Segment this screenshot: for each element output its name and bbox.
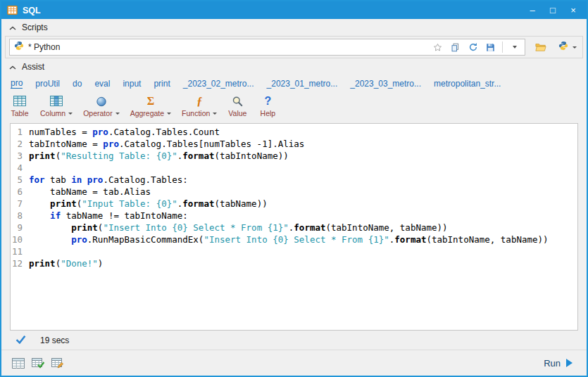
minimize-button[interactable]: – xyxy=(525,1,540,19)
dropdown-caret-icon xyxy=(167,113,171,115)
help-icon: ? xyxy=(264,94,271,108)
tab-2023-01-metro[interactable]: _2023_01_metro... xyxy=(267,79,338,89)
assist-header-label: Assist xyxy=(22,62,44,72)
line-number: 6 xyxy=(11,186,29,198)
code-line: 6 tabName = tab.Alias xyxy=(11,186,577,198)
run-play-icon xyxy=(566,359,573,367)
line-number: 1 xyxy=(11,126,29,138)
tool-label: Aggregate xyxy=(130,109,164,117)
tab-2023-02-metro[interactable]: _2023_02_metro... xyxy=(183,79,254,89)
assist-tools: TableColumnOperatorΣAggregateƒFunctionVa… xyxy=(1,91,587,122)
verify-table-icon[interactable] xyxy=(32,358,44,369)
success-check-icon xyxy=(15,334,26,347)
python-script-icon xyxy=(558,41,568,53)
code-editor[interactable]: 1numTables = pro.Catalog.Tables.Count2ta… xyxy=(10,123,578,331)
tool-value[interactable]: Value xyxy=(227,94,247,117)
copy-script-icon[interactable] xyxy=(449,41,461,53)
tool-table[interactable]: Table xyxy=(10,94,30,117)
operator-icon xyxy=(96,94,107,108)
scripts-section-header[interactable]: Scripts xyxy=(1,19,587,36)
tab-eval[interactable]: eval xyxy=(94,79,110,89)
favorite-star-icon[interactable] xyxy=(432,41,444,53)
new-python-script-button[interactable] xyxy=(556,39,579,55)
collapse-chevron-icon xyxy=(9,23,16,32)
code-line: 9 print("Insert Into {0} Select * From {… xyxy=(11,222,577,234)
tab-do[interactable]: do xyxy=(73,79,82,89)
open-script-button[interactable] xyxy=(533,41,549,53)
code-line: 10 pro.RunMapBasicCommandEx("Insert Into… xyxy=(11,234,577,245)
value-icon xyxy=(232,94,243,108)
tool-label: Operator xyxy=(83,109,112,117)
scripts-header-label: Scripts xyxy=(22,23,48,32)
line-number: 3 xyxy=(11,150,29,162)
collapse-chevron-icon xyxy=(9,62,16,72)
code-line: 1numTables = pro.Catalog.Tables.Count xyxy=(11,126,577,138)
execution-time: 19 secs xyxy=(40,336,69,345)
titlebar[interactable]: SQL – □ × xyxy=(1,1,587,19)
window-title: SQL xyxy=(23,6,41,15)
dropdown-caret-icon xyxy=(68,113,73,115)
script-name: * Python xyxy=(28,42,60,52)
column-icon xyxy=(50,94,63,108)
maximize-button[interactable]: □ xyxy=(545,1,561,19)
python-dropdown-icon xyxy=(573,46,577,49)
line-number: 5 xyxy=(11,174,29,186)
run-label: Run xyxy=(544,358,561,369)
scripts-toolbar: * Python xyxy=(5,36,583,58)
code-line: 12print("Done!") xyxy=(11,257,577,269)
footer-toolbar: Run xyxy=(1,350,587,376)
assist-tabs: proproUtildoevalinputprint_2023_02_metro… xyxy=(1,75,587,91)
dropdown-caret-icon xyxy=(213,113,217,115)
tab-input[interactable]: input xyxy=(123,79,141,89)
line-number: 4 xyxy=(11,162,29,174)
combo-dropdown-icon[interactable] xyxy=(508,41,520,53)
line-number: 2 xyxy=(11,138,29,150)
run-button[interactable]: Run xyxy=(540,356,576,371)
script-selector[interactable]: * Python xyxy=(9,39,525,56)
code-line: 11 xyxy=(11,245,577,257)
dropdown-caret-icon xyxy=(115,113,120,115)
tab-pro[interactable]: pro xyxy=(11,78,23,89)
line-number: 7 xyxy=(11,198,29,210)
tool-function[interactable]: ƒFunction xyxy=(182,94,217,117)
refresh-script-icon[interactable] xyxy=(467,41,479,53)
results-table-icon[interactable] xyxy=(12,358,25,369)
sql-window: SQL – □ × Scripts * Python xyxy=(0,0,588,377)
code-line: 4 xyxy=(11,162,577,174)
status-bar: 19 secs xyxy=(1,331,587,350)
tool-help[interactable]: ?Help xyxy=(258,94,277,117)
tool-label: Function xyxy=(182,109,210,117)
code-line: 8 if tabName != tabIntoName: xyxy=(11,210,577,222)
tool-label: Help xyxy=(261,109,276,117)
tool-label: Table xyxy=(11,109,28,117)
code-line: 5for tab in pro.Catalog.Tables: xyxy=(11,174,577,186)
tool-column[interactable]: Column xyxy=(40,94,73,117)
code-line: 2tabIntoName = pro.Catalog.Tables[numTab… xyxy=(11,138,577,150)
function-icon: ƒ xyxy=(196,94,202,108)
tool-label: Column xyxy=(40,109,65,117)
line-number: 8 xyxy=(11,210,29,222)
code-line: 7 print("Input Table: {0}".format(tabNam… xyxy=(11,198,577,210)
line-number: 10 xyxy=(11,234,29,245)
aggregate-icon: Σ xyxy=(147,94,154,108)
assist-section-header[interactable]: Assist xyxy=(1,58,587,75)
line-number: 11 xyxy=(11,245,29,257)
tab-2023-03-metro[interactable]: _2023_03_metro... xyxy=(350,79,421,89)
edit-sql-icon[interactable] xyxy=(51,358,64,369)
tool-aggregate[interactable]: ΣAggregate xyxy=(130,94,171,117)
tab-proutil[interactable]: proUtil xyxy=(35,79,60,89)
code-line: 3print("Resulting Table: {0}".format(tab… xyxy=(11,150,577,162)
sql-window-icon xyxy=(7,5,18,15)
close-button[interactable]: × xyxy=(565,1,581,19)
line-number: 9 xyxy=(11,222,29,234)
table-icon xyxy=(13,94,26,108)
tool-operator[interactable]: Operator xyxy=(83,94,119,117)
save-script-icon[interactable] xyxy=(484,41,496,53)
tab-metropolitan-str[interactable]: metropolitan_str... xyxy=(434,79,501,89)
python-icon xyxy=(14,41,24,53)
tab-print[interactable]: print xyxy=(154,79,170,89)
tool-label: Value xyxy=(228,109,246,117)
line-number: 12 xyxy=(11,257,29,269)
